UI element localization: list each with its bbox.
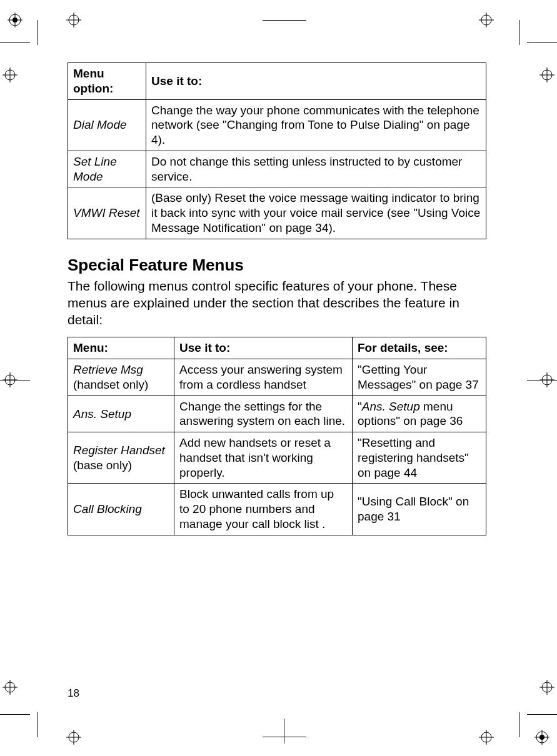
table-row: Call Blocking Block unwanted calls from … bbox=[68, 484, 486, 535]
menu-option-name: Call Blocking bbox=[73, 502, 142, 515]
table-row: Register Handset (base only) Add new han… bbox=[68, 432, 486, 484]
menu-desc-cell: Add new handsets or reset a handset that… bbox=[174, 432, 353, 484]
crop-line bbox=[263, 737, 306, 737]
menu-option-cell: Dial Mode bbox=[68, 99, 146, 151]
crop-line bbox=[38, 20, 38, 45]
registration-mark-icon bbox=[479, 12, 494, 27]
menu-option-cell: Retrieve Msg (handset only) bbox=[68, 359, 174, 396]
menu-option-name: Ans. Setup bbox=[73, 407, 131, 420]
menu-desc-cell: (Base only) Reset the voice message wait… bbox=[146, 187, 486, 239]
crop-line bbox=[0, 380, 30, 380]
details-text: "Using Call Block" on page 31 bbox=[358, 495, 469, 523]
table-header-row: Menu: Use it to: For details, see: bbox=[68, 337, 486, 359]
table-row: Ans. Setup Change the settings for the a… bbox=[68, 395, 486, 432]
menu-option-cell: Set Line Mode bbox=[68, 151, 146, 187]
crop-line bbox=[527, 380, 557, 380]
menu-details-cell: "Resetting and registering handsets" on … bbox=[353, 432, 486, 484]
menu-details-cell: "Ans. Setup menu options" on page 36 bbox=[353, 395, 486, 432]
registration-mark-icon bbox=[66, 12, 81, 27]
table-header: Menu: bbox=[68, 337, 174, 359]
menu-option-name: Retrieve Msg bbox=[73, 363, 143, 376]
menu-details-cell: "Getting Your Messages" on page 37 bbox=[353, 359, 486, 396]
menu-details-cell: "Using Call Block" on page 31 bbox=[353, 484, 486, 535]
registration-mark-icon bbox=[479, 730, 494, 745]
menu-desc-cell: Do not change this setting unless instru… bbox=[146, 151, 486, 187]
details-text: "Resetting and registering handsets" on … bbox=[358, 436, 469, 479]
crop-line bbox=[519, 712, 519, 737]
crop-line bbox=[263, 20, 306, 21]
table-header: Use it to: bbox=[146, 63, 486, 100]
menu-option-cell: VMWI Reset bbox=[68, 187, 146, 239]
registration-mark-icon bbox=[8, 12, 23, 27]
details-text: "Getting Your Messages" on page 37 bbox=[358, 363, 479, 391]
table-row: Retrieve Msg (handset only) Access your … bbox=[68, 359, 486, 396]
table-row: Set Line Mode Do not change this setting… bbox=[68, 151, 486, 187]
crop-line bbox=[38, 712, 38, 737]
table-row: Dial Mode Change the way your phone comm… bbox=[68, 99, 486, 151]
registration-mark-icon bbox=[534, 730, 549, 745]
menu-option-cell: Register Handset (base only) bbox=[68, 432, 174, 484]
crop-line bbox=[519, 20, 519, 45]
registration-mark-icon bbox=[66, 730, 81, 745]
menu-options-table: Menu option: Use it to: Dial Mode Change… bbox=[68, 62, 486, 239]
table-header: Use it to: bbox=[174, 337, 353, 359]
menu-option-note: (handset only) bbox=[73, 377, 169, 392]
crop-line bbox=[527, 714, 557, 715]
details-italic: Ans. Setup bbox=[362, 400, 420, 413]
table-header: For details, see: bbox=[353, 337, 486, 359]
menu-desc-cell: Change the settings for the answering sy… bbox=[174, 395, 353, 432]
registration-mark-icon bbox=[3, 680, 18, 695]
menu-desc-cell: Block unwanted calls from up to 20 phone… bbox=[174, 484, 353, 535]
menu-desc-cell: Access your answering system from a cord… bbox=[174, 359, 353, 396]
menu-option-note: (base only) bbox=[73, 458, 169, 473]
registration-mark-icon bbox=[3, 67, 18, 82]
table-row: VMWI Reset (Base only) Reset the voice m… bbox=[68, 187, 486, 239]
table-header: Menu option: bbox=[68, 63, 146, 100]
section-intro: The following menus control specific fea… bbox=[68, 277, 486, 329]
section-heading: Special Feature Menus bbox=[68, 256, 486, 275]
crop-line bbox=[0, 42, 30, 43]
registration-mark-icon bbox=[539, 680, 554, 695]
crop-line bbox=[284, 719, 284, 744]
crop-line bbox=[0, 714, 30, 715]
menu-option-cell: Call Blocking bbox=[68, 484, 174, 535]
special-feature-table: Menu: Use it to: For details, see: Retri… bbox=[68, 337, 486, 535]
details-text: " bbox=[358, 400, 362, 413]
menu-desc-cell: Change the way your phone communicates w… bbox=[146, 99, 486, 151]
registration-mark-icon bbox=[539, 67, 554, 82]
menu-option-cell: Ans. Setup bbox=[68, 395, 174, 432]
menu-option-name: Register Handset bbox=[73, 444, 165, 457]
table-header-row: Menu option: Use it to: bbox=[68, 63, 486, 100]
crop-line bbox=[527, 42, 557, 43]
page-number: 18 bbox=[68, 687, 79, 700]
